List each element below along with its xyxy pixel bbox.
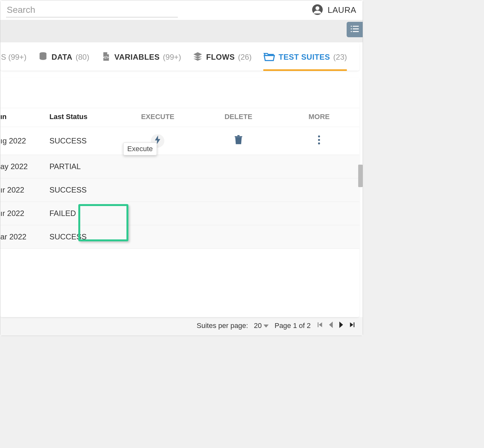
- table-wrap: ın Last Status EXECUTE DELETE MORE ıg 20…: [0, 108, 359, 317]
- table-row[interactable]: ay 2022 PARTIAL: [0, 155, 359, 178]
- scrollbar-thumb[interactable]: [358, 165, 363, 187]
- svg-point-12: [318, 142, 320, 144]
- tab-partial-left: S (99+): [1, 53, 26, 62]
- cell-status: PARTIAL: [49, 155, 117, 178]
- tab-flows-label: FLOWS: [206, 53, 235, 62]
- pagination-footer: Suites per page: 20 Page 1 of 2: [0, 317, 363, 336]
- tab-test-suites-count: (23): [333, 53, 347, 62]
- more-button[interactable]: [318, 137, 320, 146]
- tab-flows-count: (26): [238, 53, 252, 62]
- chevron-right-icon: [339, 322, 343, 330]
- list-icon: [350, 25, 359, 34]
- trash-icon: [234, 138, 243, 146]
- layers-icon: [193, 51, 203, 63]
- test-suites-table: ın Last Status EXECUTE DELETE MORE ıg 20…: [0, 108, 359, 249]
- tab-variables-count: (99+): [163, 53, 181, 62]
- tab-data-label: DATA: [51, 53, 72, 62]
- per-page-select[interactable]: 20: [254, 322, 269, 330]
- dropdown-arrow-icon: [264, 322, 269, 330]
- next-page-button[interactable]: [339, 322, 343, 330]
- cell-date: ay 2022: [0, 155, 49, 178]
- col-last-run[interactable]: ın: [0, 108, 49, 127]
- last-page-icon: [349, 322, 356, 330]
- tab-flows[interactable]: FLOWS (26): [193, 51, 252, 63]
- tab-variables[interactable]: </> VARIABLES (99+): [101, 51, 181, 63]
- col-delete[interactable]: DELETE: [198, 108, 279, 127]
- user-name: LAURA: [328, 5, 356, 15]
- code-file-icon: </>: [101, 51, 111, 63]
- cell-date: ar 2022: [0, 225, 49, 249]
- cell-date: ır 2022: [0, 202, 49, 225]
- toolbar-strip: [0, 20, 363, 42]
- col-last-status[interactable]: Last Status: [49, 108, 117, 127]
- folder-open-icon: [263, 51, 275, 63]
- tab-test-suites-label: TEST SUITES: [279, 53, 330, 62]
- cell-date: ır 2022: [0, 178, 49, 202]
- col-more[interactable]: MORE: [279, 108, 359, 127]
- search-input[interactable]: [6, 3, 178, 17]
- active-tab-underline: [263, 69, 347, 71]
- execute-tooltip: Execute: [123, 142, 157, 155]
- table-row[interactable]: ar 2022 SUCCESS: [0, 225, 359, 249]
- cell-status: SUCCESS: [49, 225, 117, 249]
- table-row[interactable]: ır 2022 FAILED: [0, 202, 359, 225]
- cell-execute: Execute: [117, 127, 198, 155]
- last-page-button[interactable]: [349, 322, 356, 330]
- cell-more: [279, 127, 359, 155]
- prev-page-button[interactable]: [329, 322, 333, 330]
- tab-data-count: (80): [75, 53, 89, 62]
- user-avatar-icon: [312, 4, 323, 17]
- database-icon: [38, 51, 48, 63]
- tab-variables-label: VARIABLES: [114, 53, 160, 62]
- first-page-button[interactable]: [316, 322, 323, 330]
- top-bar: LAURA: [0, 0, 363, 20]
- table-row[interactable]: ıg 2022 SUCCESS Execute: [0, 127, 359, 155]
- list-view-toggle[interactable]: [347, 22, 363, 37]
- pagination-nav: [316, 322, 356, 330]
- table-row[interactable]: ır 2022 SUCCESS: [0, 178, 359, 202]
- delete-button[interactable]: [234, 138, 243, 146]
- svg-point-6: [351, 31, 352, 32]
- user-menu[interactable]: LAURA: [312, 4, 356, 17]
- search-wrap: [6, 3, 178, 17]
- cell-status: FAILED: [49, 202, 117, 225]
- cell-delete: [198, 127, 279, 155]
- first-page-icon: [316, 322, 323, 330]
- more-vertical-icon: [318, 137, 320, 146]
- tabs-row: S (99+) DATA (80) </> VARIABLES: [0, 42, 359, 71]
- tab-test-suites[interactable]: TEST SUITES (23): [263, 51, 347, 63]
- content-card: ın Last Status EXECUTE DELETE MORE ıg 20…: [0, 78, 359, 317]
- chevron-left-icon: [329, 322, 333, 330]
- cell-status: SUCCESS: [49, 178, 117, 202]
- cell-status: SUCCESS: [49, 127, 117, 155]
- cell-date: ıg 2022: [0, 127, 49, 155]
- svg-point-10: [318, 135, 320, 137]
- svg-point-2: [351, 26, 352, 27]
- svg-text:</>: </>: [103, 55, 108, 60]
- per-page-value: 20: [254, 322, 262, 330]
- suites-per-page-label: Suites per page:: [197, 322, 248, 330]
- page-info: Page 1 of 2: [274, 322, 311, 330]
- svg-point-1: [315, 6, 319, 10]
- app-window: LAURA S (99+): [0, 0, 363, 336]
- svg-point-4: [351, 28, 352, 30]
- col-execute[interactable]: EXECUTE: [117, 108, 198, 127]
- tab-data[interactable]: DATA (80): [38, 51, 89, 63]
- svg-point-11: [318, 139, 320, 141]
